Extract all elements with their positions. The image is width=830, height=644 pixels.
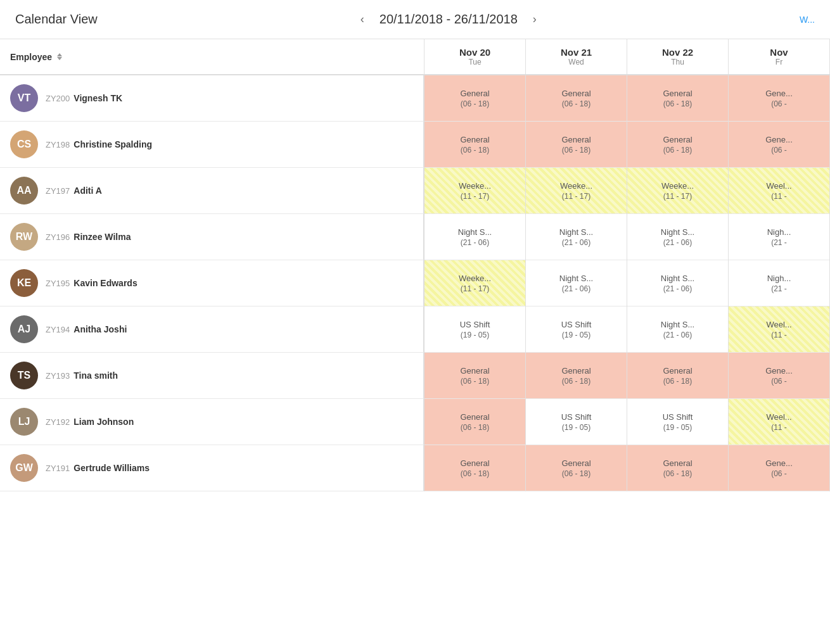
shift-cell[interactable]: General(06 - 18) — [627, 445, 729, 491]
top-right-link[interactable]: W... — [800, 15, 815, 25]
employee-info: ZY191Gertrude Williams — [46, 463, 150, 473]
employee-id: ZY191 — [46, 464, 70, 473]
shift-cell[interactable]: Night S...(21 - 06) — [425, 214, 526, 260]
shift-cell[interactable]: Gene...(06 - — [729, 445, 830, 491]
shift-cell[interactable]: Gene...(06 - — [729, 75, 830, 122]
shift-cell[interactable]: General(06 - 18) — [526, 353, 627, 399]
shift-cell[interactable]: US Shift(19 - 05) — [627, 399, 729, 445]
shift-cell[interactable]: General(06 - 18) — [627, 353, 729, 399]
employee-td: AAZY197Aditi A — [0, 168, 425, 214]
employee-name: Vignesh TK — [73, 93, 122, 103]
table-row: TSZY193Tina smithGeneral(06 - 18)General… — [0, 353, 830, 399]
shift-time: (06 - 18) — [663, 377, 692, 386]
shift-time: (06 - 18) — [461, 377, 489, 386]
col-nov22: Nov 22 Thu — [627, 39, 729, 75]
employee-info: ZY200Vignesh TK — [46, 93, 122, 103]
shift-cell[interactable]: Weel...(11 - — [729, 399, 830, 445]
sort-icon[interactable] — [57, 53, 62, 60]
shift-cell[interactable]: Night S...(21 - 06) — [627, 260, 729, 306]
shift-cell[interactable]: General(06 - 18) — [425, 75, 526, 122]
day-name-nov23: Nov — [734, 47, 824, 58]
employee-td: LJZY192Liam Johnson — [0, 399, 425, 445]
next-button[interactable]: › — [528, 10, 542, 28]
shift-cell[interactable]: Gene...(06 - — [729, 122, 830, 168]
shift-name: General — [460, 89, 489, 98]
shift-cell[interactable]: General(06 - 18) — [526, 75, 627, 122]
shift-name: Gene... — [765, 89, 793, 98]
shift-block: General(06 - 18) — [425, 75, 525, 121]
shift-name: General — [460, 412, 489, 422]
col-nov23: Nov Fr — [729, 39, 830, 75]
shift-cell[interactable]: Nigh...(21 - — [729, 214, 830, 260]
shift-time: (21 - 06) — [461, 238, 489, 247]
shift-name: Gene... — [765, 366, 793, 376]
shift-cell[interactable]: US Shift(19 - 05) — [526, 306, 627, 353]
employee-name: Anitha Joshi — [73, 324, 127, 334]
shift-name: General — [663, 366, 692, 376]
calendar-table: Employee Nov 20 Tue Nov 21 Wed — [0, 39, 830, 491]
employee-td: VTZY200Vignesh TK — [0, 75, 425, 122]
shift-cell[interactable]: General(06 - 18) — [526, 122, 627, 168]
shift-cell[interactable]: Weeke...(11 - 17) — [627, 168, 729, 214]
shift-time: (11 - 17) — [461, 192, 489, 201]
shift-name: General — [561, 458, 591, 468]
shift-block: Night S...(21 - 06) — [526, 260, 627, 306]
shift-cell[interactable]: Night S...(21 - 06) — [526, 214, 627, 260]
shift-cell[interactable]: Weeke...(11 - 17) — [425, 168, 526, 214]
header-row: Employee Nov 20 Tue Nov 21 Wed — [0, 39, 830, 75]
shift-block: General(06 - 18) — [526, 445, 627, 491]
shift-cell[interactable]: General(06 - 18) — [425, 122, 526, 168]
shift-cell[interactable]: General(06 - 18) — [627, 75, 729, 122]
shift-block: Weel...(11 - — [729, 399, 829, 445]
shift-cell[interactable]: US Shift(19 - 05) — [526, 399, 627, 445]
sort-down-icon — [57, 57, 62, 60]
shift-time: (06 - — [771, 377, 787, 386]
shift-name: Gene... — [765, 135, 793, 144]
shift-name: General — [460, 366, 489, 376]
table-row: CSZY198Christine SpaldingGeneral(06 - 18… — [0, 122, 830, 168]
table-row: AAZY197Aditi AWeeke...(11 - 17)Weeke...(… — [0, 168, 830, 214]
table-row: VTZY200Vignesh TKGeneral(06 - 18)General… — [0, 75, 830, 122]
employee-col-header: Employee — [0, 39, 425, 75]
shift-name: Night S... — [559, 227, 593, 237]
avatar: RW — [10, 223, 38, 251]
calendar-container: Employee Nov 20 Tue Nov 21 Wed — [0, 39, 830, 491]
date-nav: ‹ 20/11/2018 - 26/11/2018 › — [355, 10, 542, 28]
shift-cell[interactable]: Weel...(11 - — [729, 306, 830, 353]
employee-info: ZY198Christine Spalding — [46, 139, 152, 149]
shift-block: Weeke...(11 - 17) — [425, 260, 525, 306]
shift-block: General(06 - 18) — [526, 122, 627, 167]
shift-name: General — [460, 458, 489, 468]
shift-time: (21 - 06) — [663, 238, 692, 247]
shift-cell[interactable]: Night S...(21 - 06) — [526, 260, 627, 306]
shift-time: (21 - 06) — [663, 331, 692, 339]
employee-id: ZY200 — [46, 94, 70, 103]
employee-id: ZY196 — [46, 232, 70, 242]
shift-name: Weel... — [766, 412, 791, 422]
employee-name: Aditi A — [73, 186, 102, 196]
prev-button[interactable]: ‹ — [355, 10, 369, 28]
employee-id: ZY194 — [46, 325, 70, 334]
shift-cell[interactable]: General(06 - 18) — [425, 353, 526, 399]
shift-time: (19 - 05) — [562, 423, 591, 432]
shift-cell[interactable]: General(06 - 18) — [425, 445, 526, 491]
shift-cell[interactable]: Weeke...(11 - 17) — [425, 260, 526, 306]
shift-cell[interactable]: General(06 - 18) — [425, 399, 526, 445]
shift-cell[interactable]: Weeke...(11 - 17) — [526, 168, 627, 214]
shift-cell[interactable]: General(06 - 18) — [526, 445, 627, 491]
shift-block: General(06 - 18) — [627, 445, 728, 491]
employee-td: KEZY195Kavin Edwards — [0, 260, 425, 306]
shift-cell[interactable]: Night S...(21 - 06) — [627, 306, 729, 353]
shift-cell[interactable]: Gene...(06 - — [729, 353, 830, 399]
shift-cell[interactable]: Weel...(11 - — [729, 168, 830, 214]
employee-id: ZY193 — [46, 371, 70, 381]
shift-block: General(06 - 18) — [627, 75, 728, 121]
shift-cell[interactable]: US Shift(19 - 05) — [425, 306, 526, 353]
shift-time: (21 - — [771, 284, 787, 293]
shift-name: General — [663, 89, 692, 98]
employee-name: Kavin Edwards — [73, 278, 137, 288]
shift-cell[interactable]: Night S...(21 - 06) — [627, 214, 729, 260]
shift-cell[interactable]: Nigh...(21 - — [729, 260, 830, 306]
table-row: KEZY195Kavin EdwardsWeeke...(11 - 17)Nig… — [0, 260, 830, 306]
shift-cell[interactable]: General(06 - 18) — [627, 122, 729, 168]
